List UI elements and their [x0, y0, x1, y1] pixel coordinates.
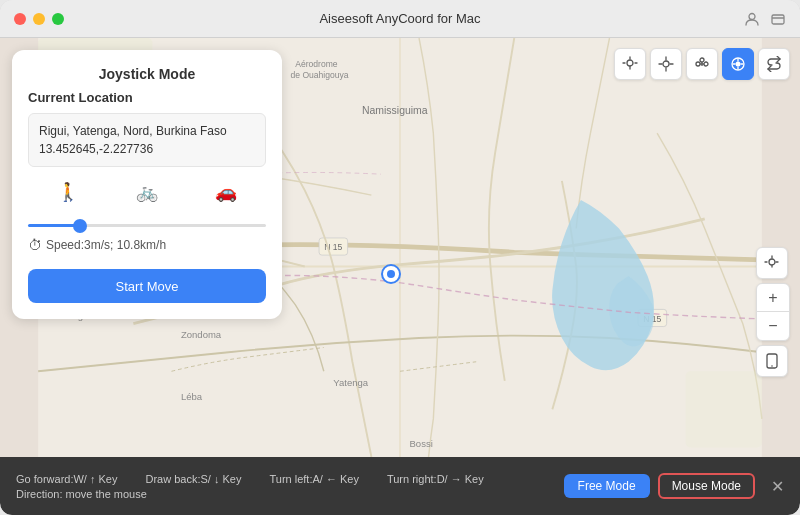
shortcut-direction: Direction: move the mouse: [16, 488, 147, 500]
close-bar-button[interactable]: ✕: [771, 477, 784, 496]
panel-title: Joystick Mode: [28, 66, 266, 82]
app-window: Aiseesoft AnyCoord for Mac: [0, 0, 800, 515]
transport-row: 🚶 🚲 🚗: [28, 181, 266, 203]
window-controls: [14, 13, 64, 25]
svg-point-32: [771, 365, 773, 367]
bike-icon[interactable]: 🚲: [136, 181, 158, 203]
speed-slider-row: ⏱ Speed:3m/s; 10.8km/h: [28, 213, 266, 253]
joystick-btn[interactable]: [722, 48, 754, 80]
close-dot[interactable]: [14, 13, 26, 25]
keyboard-shortcuts: Go forward:W/ ↑ Key Draw back:S/ ↓ Key T…: [16, 473, 564, 500]
svg-text:Léba: Léba: [181, 391, 203, 402]
svg-text:Zondoma: Zondoma: [181, 329, 222, 340]
minimize-dot[interactable]: [33, 13, 45, 25]
speed-text: ⏱ Speed:3m/s; 10.8km/h: [28, 237, 266, 253]
user-icon[interactable]: [744, 11, 760, 27]
car-icon[interactable]: 🚗: [215, 181, 237, 203]
svg-point-24: [704, 62, 708, 66]
zoom-controls: + −: [756, 283, 790, 341]
svg-point-25: [700, 58, 704, 62]
shortcut-forward: Go forward:W/ ↑ Key: [16, 473, 117, 485]
expand-icon[interactable]: [770, 11, 786, 27]
titlebar: Aiseesoft AnyCoord for Mac: [0, 0, 800, 38]
walk-icon[interactable]: 🚶: [57, 181, 79, 203]
map-area: N 15 N 15: [0, 38, 800, 457]
joystick-panel: Joystick Mode Current Location Rigui, Ya…: [12, 50, 282, 319]
svg-point-30: [769, 259, 775, 265]
app-title: Aiseesoft AnyCoord for Mac: [319, 11, 480, 26]
pin-btn[interactable]: [614, 48, 646, 80]
location-line1: Rigui, Yatenga, Nord, Burkina Faso: [39, 124, 227, 138]
svg-text:de Ouahigouya: de Ouahigouya: [290, 70, 348, 80]
svg-point-20: [387, 270, 395, 278]
shortcut-row-1: Go forward:W/ ↑ Key Draw back:S/ ↓ Key T…: [16, 473, 564, 485]
location-dot: [380, 263, 402, 285]
main-content: N 15 N 15: [0, 38, 800, 457]
device-btn[interactable]: [756, 345, 788, 377]
titlebar-right-icons: [744, 11, 786, 27]
svg-text:Bossi: Bossi: [410, 438, 433, 449]
maximize-dot[interactable]: [52, 13, 64, 25]
side-toolbar: + −: [756, 247, 790, 377]
location-box: Rigui, Yatenga, Nord, Burkina Faso 13.45…: [28, 113, 266, 167]
free-mode-button[interactable]: Free Mode: [564, 474, 650, 498]
mode-buttons: Free Mode Mouse Mode ✕: [564, 473, 784, 499]
svg-rect-10: [686, 371, 762, 447]
shortcut-left: Turn left:A/ ← Key: [269, 473, 358, 485]
crosshair-btn[interactable]: [650, 48, 682, 80]
speedometer-icon: ⏱: [28, 237, 42, 253]
svg-rect-1: [772, 15, 784, 24]
shortcut-row-2: Direction: move the mouse: [16, 488, 564, 500]
svg-text:Namissiguima: Namissiguima: [362, 105, 428, 116]
shortcut-right: Turn right:D/ → Key: [387, 473, 484, 485]
map-toolbar: [614, 48, 790, 80]
svg-point-23: [696, 62, 700, 66]
svg-point-22: [663, 61, 669, 67]
panel-subtitle: Current Location: [28, 90, 266, 105]
export-btn[interactable]: [758, 48, 790, 80]
speed-slider[interactable]: [28, 224, 266, 227]
location-line2: 13.452645,-2.227736: [39, 142, 153, 156]
svg-point-21: [627, 60, 633, 66]
bottom-bar: Go forward:W/ ↑ Key Draw back:S/ ↓ Key T…: [0, 457, 800, 515]
start-move-button[interactable]: Start Move: [28, 269, 266, 303]
svg-text:Yatenga: Yatenga: [333, 377, 368, 388]
svg-point-29: [736, 62, 741, 67]
zoom-in-button[interactable]: +: [757, 284, 789, 312]
location-btn[interactable]: [756, 247, 788, 279]
svg-text:Aérodrome: Aérodrome: [295, 59, 338, 69]
mouse-mode-button[interactable]: Mouse Mode: [658, 473, 755, 499]
zoom-out-button[interactable]: −: [757, 312, 789, 340]
nodes-btn[interactable]: [686, 48, 718, 80]
shortcut-back: Draw back:S/ ↓ Key: [145, 473, 241, 485]
svg-point-0: [749, 13, 755, 19]
